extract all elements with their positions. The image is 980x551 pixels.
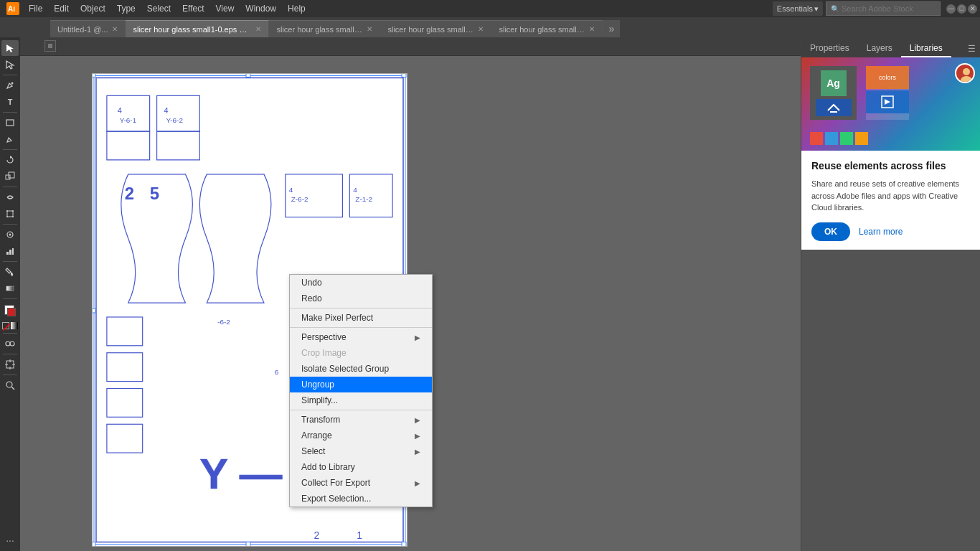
minimize-button[interactable]: —	[946, 4, 956, 14]
search-input[interactable]	[842, 4, 936, 13]
tool-scale[interactable]	[1, 169, 19, 184]
promo-ok-button[interactable]: OK	[811, 222, 850, 241]
right-panel: Properties Layers Libraries ☰ Ag co	[801, 37, 980, 551]
svg-rect-63	[246, 542, 250, 546]
menu-select[interactable]: Select	[141, 0, 176, 17]
ctx-arrange-arrow: ▶	[415, 432, 420, 440]
tab-layers[interactable]: Layers	[858, 40, 901, 57]
tab-overflow-button[interactable]: »	[603, 20, 620, 37]
gradient-icon[interactable]	[11, 322, 18, 329]
tool-column-graph[interactable]	[1, 243, 19, 259]
tool-warp[interactable]	[1, 189, 19, 205]
tool-separator-5	[3, 224, 17, 225]
menu-bar: Ai File Edit Object Type Select Effect V…	[0, 0, 980, 17]
svg-rect-62	[93, 542, 95, 546]
right-tabs: Properties Layers Libraries ☰	[801, 37, 980, 57]
tool-select[interactable]	[1, 40, 19, 56]
svg-point-18	[6, 342, 10, 346]
promo-text-area: Reuse elements across files Share and re…	[801, 151, 980, 250]
ctx-sep-3	[290, 410, 432, 410]
menu-view[interactable]: View	[210, 0, 240, 17]
ctx-undo[interactable]: Undo	[290, 275, 432, 291]
svg-rect-60	[93, 309, 95, 313]
tool-zoom[interactable]	[1, 377, 19, 393]
tool-blend[interactable]	[1, 336, 19, 352]
tool-direct-select[interactable]	[1, 57, 19, 72]
ctx-ungroup[interactable]: Ungroup	[290, 377, 432, 392]
tool-type[interactable]: T	[1, 94, 19, 110]
tool-free-transform[interactable]	[1, 206, 19, 222]
menu-window[interactable]: Window	[240, 0, 282, 17]
ctx-redo[interactable]: Redo	[290, 291, 432, 306]
svg-rect-15	[12, 248, 14, 255]
ctx-perspective[interactable]: Perspective ▶	[290, 329, 432, 345]
svg-rect-59	[402, 74, 406, 77]
promo-swatches	[810, 132, 868, 145]
menu-effect[interactable]: Effect	[176, 0, 209, 17]
menu-help[interactable]: Help	[282, 0, 311, 17]
toolbox-toggle[interactable]	[44, 40, 56, 52]
tool-rotate[interactable]	[1, 152, 19, 168]
tool-separator-10	[3, 375, 17, 375]
essentials-button[interactable]: Essentials ▾	[773, 1, 823, 16]
ctx-select[interactable]: Select ▶	[290, 443, 432, 459]
menu-object[interactable]: Object	[75, 0, 111, 17]
right-panel-menu[interactable]: ☰	[963, 40, 980, 57]
svg-rect-52	[107, 389, 143, 418]
libraries-content: Ag colors	[801, 57, 980, 551]
tab-hourglass-3[interactable]: slicer hour glass small1-3.eps ✕	[491, 20, 603, 37]
tab-hourglass-2[interactable]: slicer hour glass small1-2.eps ✕	[380, 20, 491, 37]
svg-rect-50	[107, 317, 143, 346]
search-icon: 🔍	[831, 5, 839, 13]
tab-close-hourglass-1[interactable]: ✕	[367, 25, 372, 33]
tab-hourglass-0[interactable]: slicer hour glass small1-0.eps @ 50% (RG…	[126, 20, 269, 37]
svg-text:Y-6-2: Y-6-2	[166, 116, 184, 124]
svg-rect-6	[7, 211, 13, 217]
canvas-area[interactable]: 4 Y-6-1 4 Y-6-2 2 5 4 Z-6-2 4 Z-1-2 -6-2…	[20, 37, 801, 551]
svg-rect-57	[93, 74, 95, 77]
tool-pencil[interactable]	[1, 131, 19, 147]
promo-title: Reuse elements across files	[811, 159, 970, 172]
promo-learn-more-button[interactable]: Learn more	[859, 227, 903, 237]
tab-untitled[interactable]: Untitled-1 @... ✕	[50, 20, 126, 37]
svg-text:5: 5	[150, 184, 159, 203]
tab-close-untitled[interactable]: ✕	[112, 25, 118, 33]
promo-description: Share and reuse sets of creative element…	[811, 178, 970, 214]
ctx-add-to-library[interactable]: Add to Library	[290, 459, 432, 475]
ctx-crop-image[interactable]: Crop Image	[290, 345, 432, 361]
tool-pen[interactable]	[1, 77, 19, 93]
tool-artboard[interactable]	[1, 357, 19, 372]
svg-text:4: 4	[353, 186, 357, 194]
tool-rectangle[interactable]	[1, 115, 19, 131]
menu-file[interactable]: File	[23, 0, 48, 17]
tab-properties[interactable]: Properties	[801, 40, 858, 57]
none-icon[interactable]	[2, 322, 9, 329]
menu-type[interactable]: Type	[111, 0, 141, 17]
ctx-simplify[interactable]: Simplify...	[290, 392, 432, 408]
tool-paintbucket[interactable]	[1, 264, 19, 280]
tool-gradient[interactable]	[1, 281, 19, 296]
ctx-collect-for-export[interactable]: Collect For Export ▶	[290, 475, 432, 491]
tool-separator-9	[3, 354, 17, 354]
tab-hourglass-1[interactable]: slicer hour glass small1-1.eps ✕	[269, 20, 380, 37]
tab-close-hourglass-0[interactable]: ✕	[255, 25, 261, 33]
stock-search[interactable]: 🔍	[826, 1, 941, 16]
ctx-export-selection[interactable]: Export Selection...	[290, 491, 432, 507]
ctx-transform[interactable]: Transform ▶	[290, 412, 432, 428]
tool-symbol-sprayer[interactable]	[1, 227, 19, 242]
ctx-arrange[interactable]: Arrange ▶	[290, 428, 432, 443]
ctx-make-pixel-perfect[interactable]: Make Pixel Perfect	[290, 310, 432, 326]
ctx-isolate-selected-group[interactable]: Isolate Selected Group	[290, 361, 432, 377]
tab-close-hourglass-3[interactable]: ✕	[589, 25, 595, 33]
ctx-collect-arrow: ▶	[415, 479, 420, 487]
svg-rect-64	[402, 542, 406, 546]
tool-more[interactable]: ···	[1, 532, 19, 548]
tab-close-hourglass-2[interactable]: ✕	[478, 25, 484, 33]
menu-edit[interactable]: Edit	[48, 0, 75, 17]
fill-stroke-colors[interactable]	[2, 303, 18, 319]
tool-separator-2	[3, 112, 17, 113]
maximize-button[interactable]: □	[957, 4, 966, 14]
svg-text:2: 2	[314, 529, 320, 541]
tab-libraries[interactable]: Libraries	[901, 40, 951, 57]
close-button[interactable]: ✕	[968, 4, 977, 14]
